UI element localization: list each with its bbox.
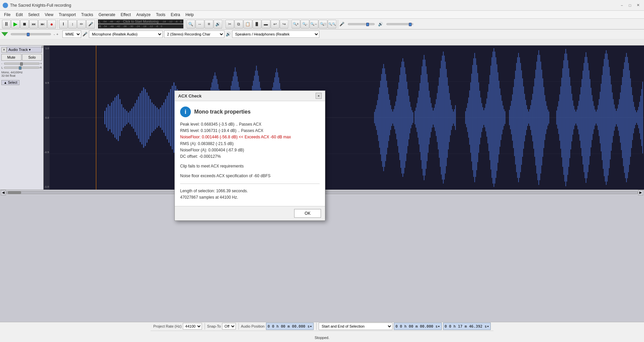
skip-back-button[interactable]: ⏮ <box>29 20 38 28</box>
menu-file[interactable]: File <box>1 12 13 18</box>
envelope-tool-button[interactable]: ↕ <box>68 20 77 28</box>
audio-position-time[interactable]: 0 0 h 00 m 00.000 s▾ <box>266 323 314 330</box>
output-device-select[interactable]: Speakers / Headphones (Realtek <box>232 30 319 38</box>
menu-view[interactable]: View <box>42 12 56 18</box>
svg-rect-191 <box>431 103 431 132</box>
acx-header-row: i Mono track properties <box>180 107 320 117</box>
svg-rect-164 <box>402 58 403 177</box>
skip-forward-button[interactable]: ⏭ <box>38 20 47 28</box>
svg-rect-40 <box>165 99 166 136</box>
input-device-select[interactable]: Microphone (Realtek Audio) <box>89 30 163 38</box>
menu-analyze[interactable]: Analyze <box>133 12 153 18</box>
select-button[interactable]: ▲ Select <box>1 80 19 85</box>
menu-extra[interactable]: Extra <box>168 12 183 18</box>
redo-button[interactable]: ↪ <box>280 20 288 28</box>
stop-button[interactable]: ■ <box>20 20 29 28</box>
gain-minus-label: - <box>1 62 4 65</box>
cut-button[interactable]: ✂ <box>225 20 234 28</box>
svg-rect-141 <box>379 87 380 148</box>
multitool-button[interactable]: ✳ <box>205 20 213 28</box>
play-button[interactable]: ▶ <box>11 20 20 28</box>
monitoring-label[interactable]: Click to Start Monitoring <box>121 20 161 23</box>
acx-separator <box>180 184 320 184</box>
svg-rect-304 <box>565 54 565 182</box>
svg-rect-25 <box>140 93 141 142</box>
play-speed-indicator[interactable] <box>1 32 8 36</box>
pan-right-label: R <box>39 66 42 69</box>
zoom-fit-button[interactable]: 🔍□ <box>319 20 327 28</box>
zoom-selection-button[interactable]: 🔍↔ <box>310 20 318 28</box>
title-bar: The Sacred Knights-Full recording − □ ✕ <box>0 0 644 11</box>
menu-help[interactable]: Help <box>183 12 197 18</box>
waveform-area[interactable]: 1.0 0.5 0.0 -0.5 -1.0 <box>44 46 644 190</box>
acx-info-icon: i <box>180 107 191 117</box>
track-name-button[interactable]: Audio Track ▾ <box>7 47 42 53</box>
menu-edit[interactable]: Edit <box>13 12 25 18</box>
channels-select[interactable]: 2 (Stereo) Recording Char <box>164 30 224 38</box>
svg-rect-215 <box>455 105 456 130</box>
mic-button[interactable]: 🎤 <box>86 20 95 28</box>
acx-close-button[interactable]: × <box>316 93 322 99</box>
minimize-button[interactable]: − <box>619 2 625 9</box>
selection-mode-select[interactable]: Start and End of Selection <box>319 323 392 330</box>
zoom-in-button[interactable]: 🔍+ <box>291 20 300 28</box>
menu-generate[interactable]: Generate <box>96 12 118 18</box>
menu-select[interactable]: Select <box>25 12 42 18</box>
scroll-thumb[interactable] <box>8 191 21 194</box>
menu-tracks[interactable]: Tracks <box>78 12 96 18</box>
speaker-vol-slider[interactable] <box>386 23 413 25</box>
speed-plus: + <box>56 32 58 36</box>
select-tool-button[interactable]: I <box>59 20 68 28</box>
snap-to-select[interactable]: Off <box>222 323 236 330</box>
mic-gain-slider[interactable] <box>348 23 375 25</box>
zoom-out-button[interactable]: 🔍- <box>301 20 309 28</box>
svg-rect-170 <box>409 96 409 139</box>
timeshift-tool-button[interactable]: ↔ <box>196 20 204 28</box>
solo-button[interactable]: Solo <box>22 54 42 61</box>
draw-tool-button[interactable]: ✏ <box>77 20 86 28</box>
svg-rect-348 <box>609 67 609 168</box>
silence-button[interactable]: ▬ <box>262 20 270 28</box>
svg-rect-287 <box>540 62 541 174</box>
mute-button[interactable]: Mute <box>1 54 21 61</box>
speed-slider[interactable] <box>11 33 51 35</box>
scroll-right-arrow[interactable]: ▶ <box>638 190 643 195</box>
copy-button[interactable]: ⧉ <box>234 20 243 28</box>
svg-rect-353 <box>614 105 615 131</box>
acx-ok-button[interactable]: OK <box>294 209 321 218</box>
svg-rect-379 <box>640 96 641 139</box>
maximize-button[interactable]: □ <box>627 2 633 9</box>
host-select[interactable]: MME <box>62 30 81 38</box>
track-close-button[interactable]: × <box>1 47 7 53</box>
svg-rect-145 <box>383 64 384 171</box>
svg-rect-341 <box>602 75 602 160</box>
speaker-button[interactable]: 🔊 <box>214 20 222 28</box>
project-rate-select[interactable]: 44100 <box>183 323 202 330</box>
undo-button[interactable]: ↩ <box>271 20 279 28</box>
gain-slider[interactable] <box>4 63 40 65</box>
svg-rect-262 <box>515 71 516 164</box>
svg-rect-376 <box>637 110 638 125</box>
pause-button[interactable]: ⏸ <box>2 20 11 28</box>
svg-rect-140 <box>378 94 379 141</box>
paste-button[interactable]: 📋 <box>244 20 252 28</box>
speed-minus: - <box>54 32 55 36</box>
svg-rect-303 <box>564 60 564 175</box>
selection-start-time[interactable]: 0 0 h 00 m 00.000 s▾ <box>394 323 441 330</box>
menu-effect[interactable]: Effect <box>118 12 133 18</box>
selection-end-time[interactable]: 0 0 h 17 m 46.392 s▾ <box>443 323 491 330</box>
zoom-tool-button[interactable]: 🔍 <box>186 20 195 28</box>
record-button[interactable]: ● <box>47 20 56 28</box>
vu-row-bot: R -54 -48 -42 -36 -30 -24 -18 -12 -6 0 <box>98 24 183 28</box>
pan-slider[interactable] <box>4 67 39 69</box>
menu-tools[interactable]: Tools <box>153 12 168 18</box>
menu-transport[interactable]: Transport <box>56 12 78 18</box>
trim-button[interactable]: ▐▌ <box>253 20 261 28</box>
svg-rect-166 <box>405 67 405 168</box>
svg-rect-358 <box>619 99 620 136</box>
zoom-full-button[interactable]: 🔍🔍 <box>328 20 336 28</box>
close-button[interactable]: ✕ <box>635 2 641 9</box>
svg-rect-23 <box>137 100 138 135</box>
scroll-left-arrow[interactable]: ◀ <box>1 190 6 195</box>
svg-rect-374 <box>635 110 636 125</box>
